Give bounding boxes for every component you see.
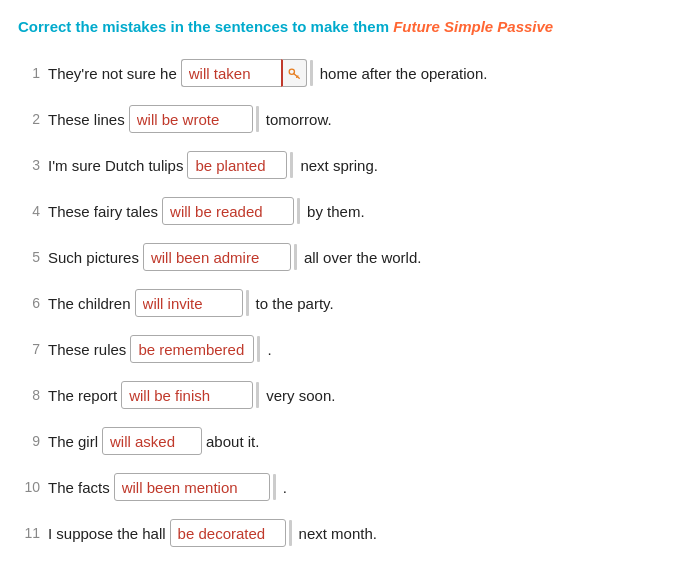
sentence-row: 2These linestomorrow. [18, 101, 680, 137]
answer-input[interactable] [129, 105, 253, 133]
sentence-text: I'm sure Dutch tulips [48, 157, 183, 174]
sentence-text: The report [48, 387, 117, 404]
answer-input[interactable] [114, 473, 270, 501]
separator-bar [290, 152, 293, 178]
sentence-number: 8 [18, 387, 40, 403]
answer-input[interactable] [121, 381, 253, 409]
answer-input[interactable] [135, 289, 243, 317]
answer-box-wrap [114, 473, 279, 501]
answer-box-wrap [129, 105, 262, 133]
sentence-row: 4These fairy talesby them. [18, 193, 680, 229]
separator-bar [294, 244, 297, 270]
sentence-text: I suppose the hall [48, 525, 166, 542]
title-italic: Future Simple Passive [393, 18, 553, 35]
separator-bar [256, 106, 259, 132]
key-icon-button[interactable] [281, 59, 307, 87]
sentence-row: 3I'm sure Dutch tulipsnext spring. [18, 147, 680, 183]
sentence-text: Such pictures [48, 249, 139, 266]
answer-input[interactable] [143, 243, 291, 271]
sentence-row: 10The facts. [18, 469, 680, 505]
sentence-number: 3 [18, 157, 40, 173]
answer-input[interactable] [170, 519, 286, 547]
answer-input[interactable] [102, 427, 202, 455]
sentence-text: . [283, 479, 287, 496]
sentence-row: 11I suppose the hallnext month. [18, 515, 680, 551]
answer-input[interactable] [162, 197, 294, 225]
sentence-text: all over the world. [304, 249, 422, 266]
sentence-row: 9The girlabout it. [18, 423, 680, 459]
sentence-text: . [267, 341, 271, 358]
answer-box-wrap [130, 335, 263, 363]
sentence-text: very soon. [266, 387, 335, 404]
sentence-text: They're not sure he [48, 65, 177, 82]
sentence-text: about it. [206, 433, 259, 450]
sentence-text: The facts [48, 479, 110, 496]
sentence-number: 1 [18, 65, 40, 81]
answer-box-wrap [187, 151, 296, 179]
separator-bar [256, 382, 259, 408]
sentence-number: 11 [18, 525, 40, 541]
sentence-number: 4 [18, 203, 40, 219]
separator-bar [310, 60, 313, 86]
sentence-text: The girl [48, 433, 98, 450]
sentence-text: These rules [48, 341, 126, 358]
answer-box-wrap [121, 381, 262, 409]
sentence-text: The children [48, 295, 131, 312]
sentence-number: 2 [18, 111, 40, 127]
answer-box-wrap [162, 197, 303, 225]
sentence-text: next month. [299, 525, 377, 542]
answer-input[interactable] [130, 335, 254, 363]
sentence-text: These lines [48, 111, 125, 128]
svg-line-2 [297, 76, 298, 77]
sentence-row: 8The reportvery soon. [18, 377, 680, 413]
sentence-number: 5 [18, 249, 40, 265]
sentence-text: to the party. [256, 295, 334, 312]
separator-bar [273, 474, 276, 500]
sentence-text: tomorrow. [266, 111, 332, 128]
sentence-number: 9 [18, 433, 40, 449]
separator-bar [246, 290, 249, 316]
page-title: Correct the mistakes in the sentences to… [18, 16, 680, 37]
sentence-row: 6The childrento the party. [18, 285, 680, 321]
answer-box-wrap [170, 519, 295, 547]
separator-bar [289, 520, 292, 546]
sentence-number: 7 [18, 341, 40, 357]
answer-box-wrap [143, 243, 300, 271]
sentence-number: 10 [18, 479, 40, 495]
sentence-text: These fairy tales [48, 203, 158, 220]
separator-bar [257, 336, 260, 362]
answer-input[interactable] [187, 151, 287, 179]
sentence-text: next spring. [300, 157, 378, 174]
sentence-text: by them. [307, 203, 365, 220]
answer-box-wrap [135, 289, 252, 317]
sentence-number: 6 [18, 295, 40, 311]
sentence-row: 7These rules. [18, 331, 680, 367]
answer-box-wrap [102, 427, 202, 455]
title-main: Correct the mistakes in the sentences to… [18, 18, 393, 35]
separator-bar [297, 198, 300, 224]
sentence-text: home after the operation. [320, 65, 488, 82]
sentence-row: 1They're not sure he home after the oper… [18, 55, 680, 91]
answer-box-wrap [181, 59, 316, 87]
sentence-row: 5Such picturesall over the world. [18, 239, 680, 275]
sentences-container: 1They're not sure he home after the oper… [18, 55, 680, 551]
answer-input[interactable] [181, 59, 281, 87]
